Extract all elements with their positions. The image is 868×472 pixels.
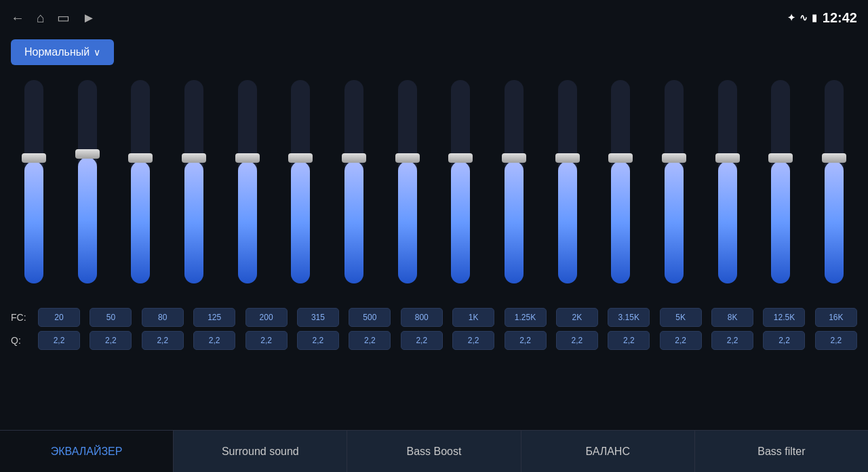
slider-thumb-16K[interactable]: [822, 153, 846, 163]
status-bar: ← ⌂ ▭ ► ✦ ∿ ▮ 12:42: [0, 0, 868, 35]
battery-icon: ▮: [812, 12, 817, 23]
fc-btn-50[interactable]: 50: [90, 308, 132, 327]
slider-track-8K: [718, 80, 737, 283]
preset-button[interactable]: Нормальный: [11, 39, 114, 65]
q-btn-2[interactable]: 2,2: [142, 331, 184, 350]
slider-thumb-2K[interactable]: [555, 153, 580, 163]
fc-btn-200[interactable]: 200: [245, 308, 288, 327]
slider-thumb-200[interactable]: [235, 153, 260, 163]
slider-8K[interactable]: [707, 73, 748, 304]
q-btn-6[interactable]: 2,2: [349, 331, 391, 350]
fc-btn-315[interactable]: 315: [297, 308, 339, 327]
slider-315[interactable]: [280, 73, 321, 304]
slider-12.5K[interactable]: [760, 73, 801, 304]
q-btn-13[interactable]: 2,2: [711, 331, 753, 350]
fc-btn-3.15K[interactable]: 3.15K: [608, 308, 650, 327]
slider-fill-3.15K: [611, 161, 630, 283]
slider-800[interactable]: [387, 73, 428, 304]
wifi-icon: ∿: [800, 12, 808, 23]
slider-track-16K: [825, 80, 844, 283]
q-btn-0[interactable]: 2,2: [38, 331, 80, 350]
fc-btn-500[interactable]: 500: [349, 308, 391, 327]
slider-1.25K[interactable]: [494, 73, 534, 304]
back-icon[interactable]: ←: [11, 10, 24, 26]
fc-values: 2050801252003155008001K1.25K2K3.15K5K8K1…: [38, 308, 857, 327]
slider-1K[interactable]: [440, 73, 481, 304]
slider-125[interactable]: [174, 73, 214, 304]
slider-thumb-5K[interactable]: [662, 153, 686, 163]
slider-thumb-500[interactable]: [342, 153, 366, 163]
q-label: Q:: [11, 335, 38, 346]
slider-fill-12.5K: [771, 161, 790, 283]
sliders-container: [7, 73, 861, 304]
play-icon[interactable]: ►: [82, 10, 96, 26]
slider-fill-16K: [825, 161, 844, 283]
window-icon[interactable]: ▭: [57, 9, 70, 26]
tab-bass-filter[interactable]: Bass filter: [695, 431, 868, 472]
slider-thumb-1K[interactable]: [448, 153, 473, 163]
q-btn-10[interactable]: 2,2: [556, 331, 598, 350]
slider-thumb-80[interactable]: [128, 153, 153, 163]
nav-icons: ← ⌂ ▭ ►: [11, 9, 96, 26]
slider-500[interactable]: [334, 73, 374, 304]
fc-btn-5K[interactable]: 5K: [660, 308, 702, 327]
slider-thumb-20[interactable]: [22, 153, 46, 163]
home-icon[interactable]: ⌂: [37, 10, 45, 26]
slider-16K[interactable]: [814, 73, 854, 304]
tab-equalizer[interactable]: ЭКВАЛАЙЗЕР: [0, 431, 174, 472]
fc-btn-12.5K[interactable]: 12.5K: [763, 308, 805, 327]
tab-bass-boost[interactable]: Bass Boost: [347, 431, 521, 472]
q-btn-12[interactable]: 2,2: [660, 331, 702, 350]
fc-btn-800[interactable]: 800: [401, 308, 443, 327]
slider-thumb-800[interactable]: [395, 153, 420, 163]
slider-thumb-8K[interactable]: [715, 153, 740, 163]
slider-track-1.25K: [505, 80, 524, 283]
q-btn-15[interactable]: 2,2: [815, 331, 857, 350]
fc-btn-2K[interactable]: 2K: [556, 308, 598, 327]
slider-thumb-3.15K[interactable]: [608, 153, 633, 163]
q-btn-3[interactable]: 2,2: [193, 331, 235, 350]
slider-fill-50: [78, 157, 97, 283]
tab-surround[interactable]: Surround sound: [174, 431, 347, 472]
fc-btn-20[interactable]: 20: [38, 308, 80, 327]
slider-track-80: [131, 80, 150, 283]
fc-btn-16K[interactable]: 16K: [815, 308, 857, 327]
status-right: ✦ ∿ ▮ 12:42: [787, 10, 857, 26]
q-btn-5[interactable]: 2,2: [297, 331, 339, 350]
slider-thumb-12.5K[interactable]: [768, 153, 793, 163]
fc-label: FC:: [11, 312, 38, 323]
fc-btn-1.25K[interactable]: 1.25K: [505, 308, 547, 327]
fc-btn-1K[interactable]: 1K: [452, 308, 494, 327]
slider-3.15K[interactable]: [600, 73, 641, 304]
slider-track-200: [238, 80, 257, 283]
q-btn-9[interactable]: 2,2: [505, 331, 547, 350]
fc-btn-125[interactable]: 125: [193, 308, 235, 327]
fc-btn-8K[interactable]: 8K: [711, 308, 753, 327]
slider-200[interactable]: [227, 73, 268, 304]
fc-btn-80[interactable]: 80: [142, 308, 184, 327]
slider-track-5K: [665, 80, 684, 283]
q-btn-4[interactable]: 2,2: [245, 331, 288, 350]
slider-thumb-125[interactable]: [182, 153, 206, 163]
q-btn-1[interactable]: 2,2: [90, 331, 132, 350]
tab-bar: ЭКВАЛАЙЗЕРSurround soundBass BoostБАЛАНС…: [0, 430, 868, 472]
tab-balance[interactable]: БАЛАНС: [521, 431, 695, 472]
q-btn-8[interactable]: 2,2: [452, 331, 494, 350]
slider-track-1K: [451, 80, 470, 283]
slider-track-3.15K: [611, 80, 630, 283]
slider-thumb-50[interactable]: [75, 149, 100, 159]
slider-thumb-1.25K[interactable]: [502, 153, 526, 163]
status-icons: ✦ ∿ ▮: [787, 12, 817, 23]
eq-area: FC: 2050801252003155008001K1.25K2K3.15K5…: [0, 68, 868, 353]
slider-50[interactable]: [67, 73, 108, 304]
q-btn-14[interactable]: 2,2: [763, 331, 805, 350]
slider-track-2K: [558, 80, 577, 283]
slider-5K[interactable]: [654, 73, 694, 304]
slider-thumb-315[interactable]: [288, 153, 313, 163]
slider-2K[interactable]: [547, 73, 588, 304]
q-btn-11[interactable]: 2,2: [608, 331, 650, 350]
slider-20[interactable]: [14, 73, 54, 304]
slider-80[interactable]: [120, 73, 161, 304]
slider-track-800: [398, 80, 417, 283]
q-btn-7[interactable]: 2,2: [401, 331, 443, 350]
